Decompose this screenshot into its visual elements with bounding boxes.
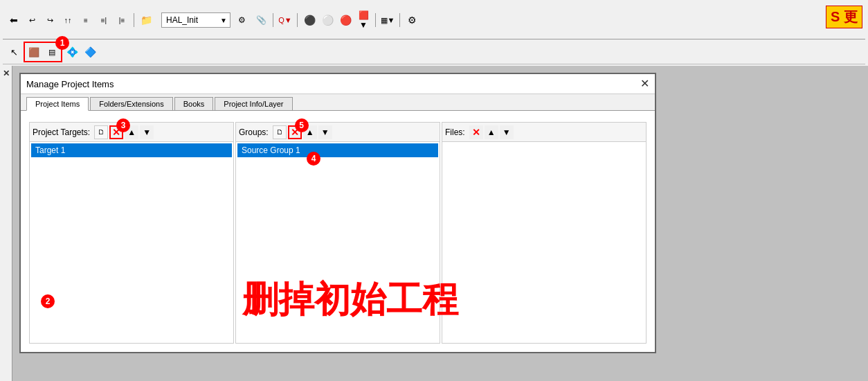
dialog-content: Project Targets: 🗋 ✕ 3 ▲ bbox=[21, 111, 655, 352]
badge-1: 1 bbox=[55, 36, 69, 50]
files-list bbox=[442, 142, 646, 343]
toolbar-btn-6[interactable]: |≡ bbox=[114, 12, 130, 28]
files-up-btn[interactable]: ▲ bbox=[485, 125, 498, 139]
hal-init-area: HAL_Init ▼ ⚙ 📎 bbox=[161, 12, 269, 28]
groups-new-btn[interactable]: 🗋 bbox=[273, 125, 287, 139]
groups-header: Groups: 🗋 ✕ 5 ▲ bbox=[236, 123, 440, 142]
manage-project-dialog: Manage Project Items ✕ Project Items Fol… bbox=[19, 73, 656, 353]
targets-down-btn[interactable]: ▼ bbox=[140, 125, 154, 139]
groups-down-btn[interactable]: ▼ bbox=[318, 125, 332, 139]
toolbar-btn-2[interactable]: ↪ bbox=[42, 12, 58, 28]
groups-down-icon: ▼ bbox=[321, 127, 329, 137]
files-up-icon: ▲ bbox=[487, 127, 496, 137]
targets-list: Target 1 2 bbox=[30, 142, 233, 343]
toolbar-cube1[interactable]: 🟥▼ bbox=[355, 12, 372, 28]
toolbar2-btn1[interactable]: 🟫 bbox=[26, 44, 42, 60]
separator bbox=[134, 13, 134, 27]
tab-books[interactable]: Books bbox=[174, 97, 214, 110]
hal-init-dropdown[interactable]: HAL_Init ▼ bbox=[161, 12, 230, 28]
column-targets: Project Targets: 🗋 ✕ 3 ▲ bbox=[29, 122, 234, 344]
badge-5: 5 bbox=[295, 118, 309, 132]
dialog-wrapper: Manage Project Items ✕ Project Items Fol… bbox=[12, 66, 868, 381]
toolbar-row1: ⬅ ↩ ↪ ↑↑ ≡ ≡| |≡ 📁 HAL_Init ▼ ⚙ 📎 Q▼ ⚫ ⚪ bbox=[3, 1, 865, 39]
files-down-icon: ▼ bbox=[503, 127, 511, 137]
tabs-row: Project Items Folders/Extensions Books P… bbox=[21, 94, 655, 111]
groups-label: Groups: bbox=[239, 127, 269, 137]
badge-2: 2 bbox=[41, 294, 55, 308]
left-strip: ✕ bbox=[0, 66, 12, 381]
dropdown-arrow: ▼ bbox=[220, 17, 227, 24]
separator5 bbox=[399, 13, 400, 27]
branding: S 更 bbox=[826, 6, 862, 28]
group-item-1[interactable]: Source Group 1 bbox=[237, 143, 438, 157]
toolbar-circle3[interactable]: 🔴 bbox=[337, 12, 354, 28]
tab-folders-ext[interactable]: Folders/Extensions bbox=[90, 97, 173, 110]
toolbar-circle1[interactable]: ⚫ bbox=[301, 12, 318, 28]
files-down-btn[interactable]: ▼ bbox=[500, 125, 514, 139]
branding-label: S 更 bbox=[831, 9, 858, 24]
toolbar-btn-1[interactable]: ↩ bbox=[24, 12, 40, 28]
dialog-close-button[interactable]: ✕ bbox=[640, 78, 649, 89]
main-area: ✕ Manage Project Items ✕ Project Items F… bbox=[0, 66, 868, 381]
toolbar-settings-btn[interactable]: ⚙ bbox=[404, 12, 420, 28]
badge-3: 3 bbox=[116, 118, 130, 132]
toolbar-btn-4[interactable]: ≡ bbox=[78, 12, 94, 28]
down-arrow-icon: ▼ bbox=[143, 127, 151, 137]
targets-new-btn[interactable]: 🗋 bbox=[94, 125, 108, 139]
toolbar-hal-btn1[interactable]: ⚙ bbox=[233, 12, 250, 28]
hal-init-label: HAL_Init bbox=[166, 15, 198, 25]
toolbar-btn-5[interactable]: ≡| bbox=[96, 12, 112, 28]
separator3 bbox=[297, 13, 298, 27]
badge-4: 4 bbox=[307, 152, 320, 166]
columns-area: Project Targets: 🗋 ✕ 3 ▲ bbox=[29, 122, 647, 344]
files-delete-btn[interactable]: ✕ bbox=[469, 125, 483, 139]
files-delete-icon: ✕ bbox=[472, 127, 480, 138]
toolbar-grid-btn[interactable]: ▦▼ bbox=[379, 12, 396, 28]
toolbar2-cursor[interactable]: ↖ bbox=[6, 44, 22, 60]
toolbar-hal-btn2[interactable]: 📎 bbox=[253, 12, 269, 28]
separator2 bbox=[273, 13, 273, 27]
toolbar-btn-back[interactable]: ⬅ bbox=[6, 12, 22, 28]
toolbar-q-btn[interactable]: Q▼ bbox=[277, 12, 293, 28]
target-item-1[interactable]: Target 1 bbox=[31, 143, 232, 157]
tab-project-items[interactable]: Project Items bbox=[26, 97, 89, 111]
toolbar-circle2[interactable]: ⚪ bbox=[319, 12, 336, 28]
toolbar-btn-3[interactable]: ↑↑ bbox=[60, 12, 76, 28]
dialog-titlebar: Manage Project Items ✕ bbox=[21, 74, 655, 94]
toolbar2-green2[interactable]: 🔷 bbox=[82, 44, 98, 60]
targets-label: Project Targets: bbox=[33, 127, 90, 137]
toolbar-container: ⬅ ↩ ↪ ↑↑ ≡ ≡| |≡ 📁 HAL_Init ▼ ⚙ 📎 Q▼ ⚫ ⚪ bbox=[0, 0, 868, 66]
left-strip-close[interactable]: ✕ bbox=[3, 69, 10, 78]
toolbar-btn-folder[interactable]: 📁 bbox=[138, 12, 154, 28]
dialog-title: Manage Project Items bbox=[26, 79, 114, 89]
files-header: Files: ✕ ▲ ▼ bbox=[442, 123, 646, 142]
tab-project-info[interactable]: Project Info/Layer bbox=[215, 97, 292, 110]
column-groups: Groups: 🗋 ✕ 5 ▲ bbox=[235, 122, 440, 344]
separator4 bbox=[375, 13, 376, 27]
groups-list: Source Group 1 4 bbox=[236, 142, 440, 343]
targets-header: Project Targets: 🗋 ✕ 3 ▲ bbox=[30, 123, 233, 142]
files-label: Files: bbox=[445, 127, 465, 137]
column-files: Files: ✕ ▲ ▼ bbox=[442, 122, 647, 344]
